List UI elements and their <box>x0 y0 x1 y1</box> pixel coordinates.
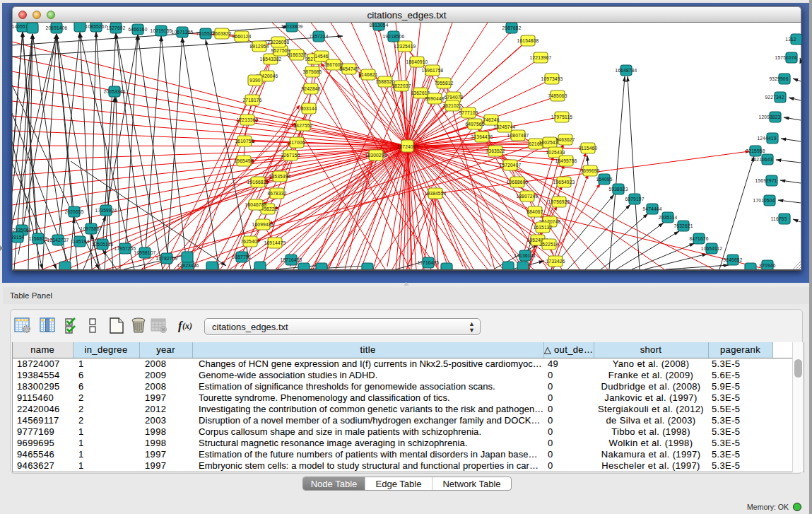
svg-text:116753: 116753 <box>771 216 787 221</box>
svg-text:9227342: 9227342 <box>765 95 784 100</box>
svg-text:8471676: 8471676 <box>689 236 708 241</box>
svg-text:12093823: 12093823 <box>759 115 781 119</box>
svg-text:7955812: 7955812 <box>434 81 453 86</box>
svg-text:9245652: 9245652 <box>723 257 742 262</box>
svg-text:18724007: 18724007 <box>397 144 419 149</box>
svg-text:1025433: 1025433 <box>546 150 565 155</box>
svg-text:16961758: 16961758 <box>422 68 444 73</box>
svg-text:9146821: 9146821 <box>358 72 377 77</box>
svg-text:12325419: 12325419 <box>394 44 416 49</box>
svg-text:16782759: 16782759 <box>156 256 178 261</box>
svg-text:1615132: 1615132 <box>533 225 552 230</box>
svg-text:12505135: 12505135 <box>92 242 114 247</box>
svg-text:8427552: 8427552 <box>293 123 312 128</box>
svg-text:19756928: 19756928 <box>548 199 570 204</box>
svg-text:(x): (x) <box>182 321 192 331</box>
svg-text:2087682: 2087682 <box>502 25 521 30</box>
svg-text:684067: 684067 <box>526 209 543 214</box>
svg-text:1145194: 1145194 <box>71 239 90 244</box>
svg-text:13535394: 13535394 <box>269 174 291 179</box>
svg-text:16099489: 16099489 <box>252 222 274 227</box>
svg-text:17359924: 17359924 <box>95 208 117 213</box>
svg-text:10855267: 10855267 <box>86 24 107 29</box>
svg-text:1610755: 1610755 <box>235 139 254 144</box>
svg-text:6497565: 6497565 <box>465 122 484 127</box>
svg-text:3267150: 3267150 <box>281 153 300 158</box>
svg-text:23226058: 23226058 <box>268 40 290 45</box>
svg-text:9777109: 9777109 <box>459 110 478 115</box>
svg-text:1621022: 1621022 <box>442 103 461 108</box>
svg-text:164095: 164095 <box>596 177 612 182</box>
svg-text:16154808: 16154808 <box>517 38 539 43</box>
svg-text:8454749: 8454749 <box>339 66 358 71</box>
svg-text:16543382: 16543382 <box>260 57 282 62</box>
svg-text:15720407: 15720407 <box>500 163 522 168</box>
svg-text:10654112: 10654112 <box>701 246 723 251</box>
svg-text:18300295: 18300295 <box>365 153 387 158</box>
svg-text:1244419: 1244419 <box>757 136 776 141</box>
svg-text:7485063: 7485063 <box>548 93 567 98</box>
svg-text:9527509: 9527509 <box>271 48 290 53</box>
svg-text:19166825: 19166825 <box>247 180 269 185</box>
svg-text:21364436: 21364436 <box>471 134 493 139</box>
svg-text:19384554: 19384554 <box>425 191 447 196</box>
svg-text:9474444: 9474444 <box>642 206 661 211</box>
svg-text:39154: 39154 <box>12 235 25 240</box>
svg-text:870946: 870946 <box>759 263 775 268</box>
svg-text:15716485: 15716485 <box>281 257 302 262</box>
svg-text:10719155: 10719155 <box>151 28 172 33</box>
svg-text:17975115: 17975115 <box>551 115 573 119</box>
svg-text:3822037: 3822037 <box>392 83 411 88</box>
svg-text:11716485: 11716485 <box>418 260 440 265</box>
svg-text:3875685: 3875685 <box>302 69 322 74</box>
svg-text:19654923: 19654923 <box>553 180 575 185</box>
svg-text:9242848: 9242848 <box>301 86 320 91</box>
svg-text:12923446: 12923446 <box>177 263 199 268</box>
svg-text:7363522: 7363522 <box>486 148 505 153</box>
svg-text:20053346: 20053346 <box>104 89 126 94</box>
svg-text:18245744: 18245744 <box>494 124 516 129</box>
svg-text:803144: 803144 <box>300 106 317 111</box>
svg-text:746246: 746246 <box>483 117 499 122</box>
svg-text:18807249: 18807249 <box>517 194 539 199</box>
svg-text:16914479: 16914479 <box>264 240 286 245</box>
svg-text:14546: 14546 <box>314 54 328 59</box>
svg-text:10807487: 10807487 <box>507 133 529 138</box>
svg-text:1527602: 1527602 <box>106 25 125 30</box>
svg-text:17957255: 17957255 <box>114 246 136 251</box>
svg-text:9660124: 9660124 <box>232 34 251 39</box>
svg-text:5938923: 5938923 <box>608 187 628 192</box>
svg-text:8678332: 8678332 <box>267 191 286 196</box>
svg-text:10975887: 10975887 <box>81 226 102 231</box>
svg-text:8813054: 8813054 <box>369 23 388 28</box>
svg-text:2935114: 2935114 <box>659 215 678 220</box>
svg-text:1156829: 1156829 <box>29 236 48 241</box>
svg-text:19218506: 19218506 <box>383 34 405 39</box>
svg-text:3215958: 3215958 <box>746 148 765 153</box>
svg-text:6794078: 6794078 <box>444 95 463 100</box>
svg-text:14136141: 14136141 <box>514 253 536 258</box>
svg-text:12213967: 12213967 <box>530 55 552 60</box>
svg-text:12342737: 12342737 <box>47 238 69 243</box>
svg-text:10671355: 10671355 <box>172 30 194 35</box>
svg-text:2718176: 2718176 <box>242 98 261 103</box>
svg-text:16210643: 16210643 <box>751 157 773 162</box>
svg-text:9390: 9390 <box>249 78 261 83</box>
svg-text:7625402: 7625402 <box>240 239 259 244</box>
svg-text:417006: 417006 <box>288 140 305 145</box>
svg-text:10958107: 10958107 <box>134 250 156 255</box>
svg-text:2020655: 2020655 <box>64 209 83 214</box>
svg-text:17010504: 17010504 <box>753 198 775 203</box>
svg-text:8912954: 8912954 <box>249 44 269 49</box>
svg-text:9115460: 9115460 <box>579 146 598 151</box>
svg-text:16046788: 16046788 <box>245 202 267 207</box>
svg-text:10688609: 10688609 <box>507 180 529 185</box>
svg-text:9463627: 9463627 <box>555 137 575 142</box>
svg-text:2522514: 2522514 <box>539 242 558 247</box>
svg-text:1965498: 1965498 <box>234 158 253 163</box>
svg-text:6879197: 6879197 <box>625 197 644 201</box>
svg-text:7663822: 7663822 <box>212 31 231 36</box>
svg-text:20691406: 20691406 <box>46 25 68 30</box>
svg-text:18495758: 18495758 <box>555 158 577 163</box>
svg-text:16648784: 16648784 <box>616 68 637 73</box>
